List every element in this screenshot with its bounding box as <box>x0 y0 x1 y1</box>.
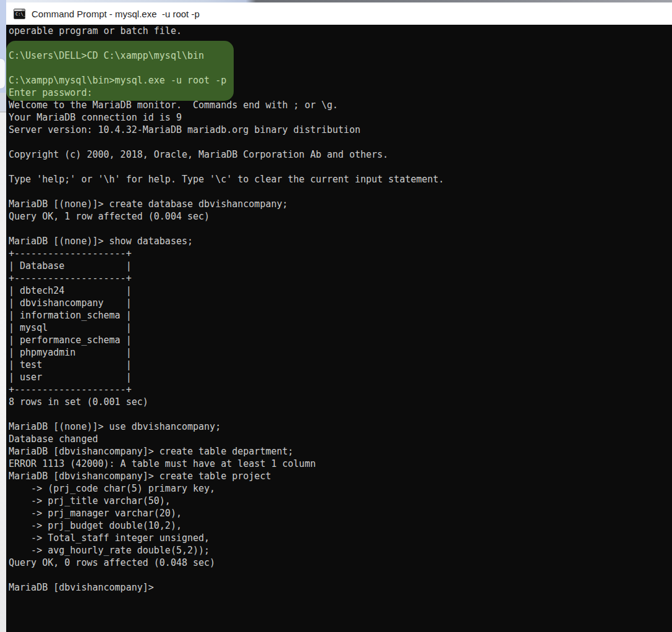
title-bar[interactable]: Command Prompt - mysql.exe -u root -p <box>6 2 672 25</box>
terminal-line: MariaDB [(none)]> use dbvishancompany; <box>9 421 672 433</box>
terminal-line <box>9 62 672 74</box>
window-title: Command Prompt - mysql.exe -u root -p <box>32 9 200 19</box>
cmd-icon <box>14 9 25 19</box>
background-divider <box>0 111 6 113</box>
terminal-line: Query OK, 0 rows affected (0.048 sec) <box>9 557 672 569</box>
terminal-line: Welcome to the MariaDB monitor. Commands… <box>9 99 672 111</box>
terminal-line: Enter password: <box>9 87 672 99</box>
terminal-line: MariaDB [dbvishancompany]> create table … <box>9 470 672 482</box>
terminal-lines: operable program or batch file.C:\Users\… <box>9 25 672 594</box>
terminal-line: | dbvishancompany | <box>9 297 672 309</box>
terminal[interactable]: operable program or batch file.C:\Users\… <box>6 25 672 632</box>
terminal-line: -> avg_hourly_rate double(5,2)); <box>9 544 672 557</box>
terminal-line <box>9 408 672 421</box>
terminal-line: -> prj_manager varchar(20), <box>9 507 672 519</box>
command-prompt-window: Command Prompt - mysql.exe -u root -p op… <box>6 0 672 632</box>
terminal-line: -> Total_staff integer unsigned, <box>9 532 672 544</box>
terminal-line: MariaDB [(none)]> show databases; <box>9 235 672 247</box>
terminal-line: | test | <box>9 359 672 371</box>
terminal-line <box>9 136 672 148</box>
terminal-line: -> prj_title varchar(50), <box>9 495 672 507</box>
terminal-line <box>9 569 672 581</box>
terminal-line: 8 rows in set (0.001 sec) <box>9 396 672 408</box>
terminal-line: -> prj_budget double(10,2), <box>9 519 672 532</box>
terminal-line: Your MariaDB connection id is 9 <box>9 111 672 124</box>
terminal-line: | dbtech24 | <box>9 284 672 297</box>
terminal-line: | phpmyadmin | <box>9 346 672 359</box>
terminal-line: | information_schema | <box>9 309 672 322</box>
page-background-strip <box>0 0 6 632</box>
terminal-line: -> (prj_code char(5) primary key, <box>9 482 672 495</box>
terminal-line: MariaDB [dbvishancompany]> <box>9 581 672 594</box>
terminal-line: +--------------------+ <box>9 383 672 396</box>
terminal-line: +--------------------+ <box>9 272 672 284</box>
terminal-line: Type 'help;' or '\h' for help. Type '\c'… <box>9 173 672 186</box>
terminal-line: +--------------------+ <box>9 247 672 260</box>
terminal-line <box>9 186 672 198</box>
terminal-line: C:\xampp\mysql\bin>mysql.exe -u root -p <box>9 74 672 87</box>
terminal-line: Query OK, 1 row affected (0.004 sec) <box>9 210 672 223</box>
terminal-line: C:\Users\DELL>CD C:\xampp\mysql\bin <box>9 49 672 62</box>
terminal-line: | user | <box>9 371 672 383</box>
terminal-line: | performance_schema | <box>9 334 672 346</box>
terminal-line: | Database | <box>9 260 672 272</box>
terminal-line <box>9 37 672 49</box>
terminal-line: ERROR 1113 (42000): A table must have at… <box>9 458 672 470</box>
background-notch <box>0 59 5 88</box>
terminal-line: | mysql | <box>9 322 672 334</box>
terminal-line: Copyright (c) 2000, 2018, Oracle, MariaD… <box>9 148 672 161</box>
terminal-line: MariaDB [(none)]> create database dbvish… <box>9 198 672 210</box>
terminal-line <box>9 223 672 235</box>
terminal-line: Server version: 10.4.32-MariaDB mariadb.… <box>9 124 672 136</box>
terminal-line: MariaDB [dbvishancompany]> create table … <box>9 445 672 458</box>
terminal-line <box>9 161 672 173</box>
terminal-line: Database changed <box>9 433 672 445</box>
terminal-line: operable program or batch file. <box>9 25 672 37</box>
